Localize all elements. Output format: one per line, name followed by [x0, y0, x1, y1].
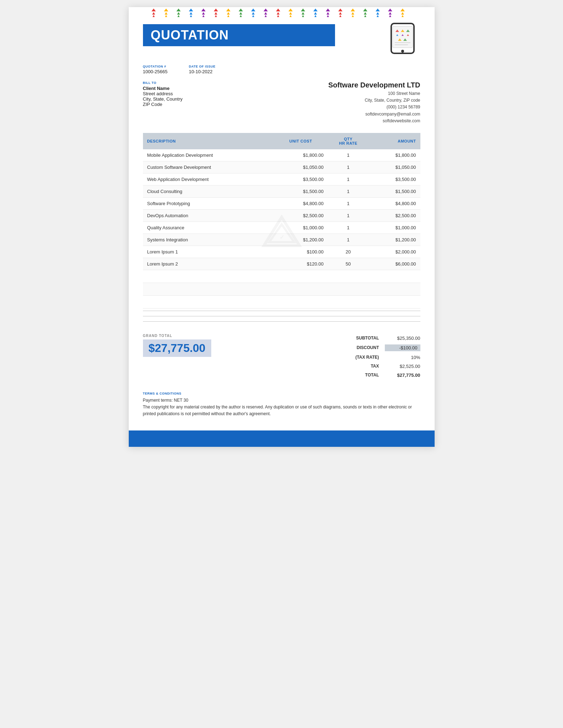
- title-block: QUOTATION: [143, 24, 385, 46]
- client-city: City, State, Country: [143, 96, 282, 102]
- row-description: Software Prototyping: [143, 197, 275, 209]
- company-phone: (000) 1234 56789: [282, 104, 420, 111]
- svg-marker-57: [388, 9, 392, 11]
- grand-total-block: GRAND TOTAL $27,775.00: [143, 334, 299, 357]
- row-unit-cost: $4,800.00: [275, 197, 326, 209]
- total-value: $27,775.00: [385, 373, 420, 378]
- row-unit-cost: $2,500.00: [275, 209, 326, 221]
- client-zip: ZIP Code: [143, 102, 282, 107]
- row-amount: $1,200.00: [370, 234, 420, 246]
- phone-icon: [385, 21, 420, 56]
- svg-marker-0: [152, 9, 156, 11]
- table-row: Software Prototyping $4,800.00 1 $4,800.…: [143, 197, 420, 209]
- svg-marker-62: [402, 15, 404, 17]
- row-qty: 1: [326, 185, 370, 197]
- row-amount: $2,000.00: [370, 246, 420, 258]
- row-qty: 50: [326, 258, 370, 270]
- table-row: Web Application Development $3,500.00 1 …: [143, 173, 420, 185]
- row-qty: 1: [326, 221, 370, 234]
- company-address2: City, State, Country, ZiP code: [282, 97, 420, 104]
- discount-label: DISCOUNT: [299, 345, 385, 350]
- svg-marker-52: [364, 12, 367, 15]
- svg-marker-5: [165, 15, 167, 17]
- svg-marker-2: [153, 15, 155, 17]
- row-qty: 1: [326, 173, 370, 185]
- svg-marker-56: [377, 15, 379, 17]
- svg-marker-48: [351, 9, 355, 11]
- header-amount: AMOUNT: [370, 133, 420, 149]
- svg-marker-22: [239, 12, 242, 15]
- svg-marker-23: [240, 15, 242, 17]
- grand-total-label: GRAND TOTAL: [143, 334, 299, 338]
- total-label: TOTAL: [299, 373, 385, 378]
- subtotal-row: SUBTOTAL $25,350.00: [299, 334, 420, 343]
- summary-table: SUBTOTAL $25,350.00 DISCOUNT -$100.00 (T…: [299, 334, 420, 380]
- row-amount: $1,500.00: [370, 185, 420, 197]
- svg-marker-51: [363, 9, 367, 11]
- svg-marker-53: [364, 15, 366, 17]
- discount-value: -$100.00: [385, 344, 420, 351]
- tax-rate-label: (TAX RATE): [299, 355, 385, 360]
- svg-marker-40: [314, 12, 317, 15]
- row-unit-cost: $1,500.00: [275, 185, 326, 197]
- svg-marker-38: [302, 15, 304, 17]
- svg-marker-28: [264, 12, 267, 15]
- svg-marker-17: [215, 15, 217, 17]
- svg-marker-37: [302, 12, 304, 15]
- totals-section: GRAND TOTAL $27,775.00 SUBTOTAL $25,350.…: [129, 327, 435, 383]
- svg-marker-49: [351, 12, 354, 15]
- row-qty: 1: [326, 234, 370, 246]
- meta-info: QUOTATION # 1000-25665 DATE OF ISSUE 10-…: [129, 60, 435, 75]
- svg-marker-59: [389, 15, 391, 17]
- svg-marker-11: [190, 15, 192, 17]
- svg-marker-14: [202, 15, 205, 17]
- client-name: Client Name: [143, 86, 282, 91]
- row-qty: 1: [326, 149, 370, 161]
- table-section: DESCRIPTION UNIT COST QTY HR RATE AMOUNT…: [129, 128, 435, 309]
- svg-marker-30: [276, 9, 280, 11]
- table-row: Lorem Ipsum 1 $100.00 20 $2,000.00: [143, 246, 420, 258]
- row-unit-cost: $1,200.00: [275, 234, 326, 246]
- empty-row: [143, 295, 420, 308]
- empty-row: [143, 270, 420, 283]
- row-description: Web Application Development: [143, 173, 275, 185]
- svg-marker-29: [265, 15, 267, 17]
- company-website: softdevwebsite.com: [282, 118, 420, 124]
- svg-marker-21: [239, 9, 243, 11]
- tax-label: TAX: [299, 364, 385, 369]
- bill-to-block: BILL TO Client Name Street address City,…: [143, 81, 282, 107]
- svg-marker-33: [288, 9, 293, 11]
- table-row: Lorem Ipsum 2 $120.00 50 $6,000.00: [143, 258, 420, 270]
- svg-marker-7: [177, 12, 180, 15]
- svg-marker-61: [401, 12, 404, 15]
- table-row: Systems Integration $1,200.00 1 $1,200.0…: [143, 234, 420, 246]
- svg-marker-16: [214, 12, 217, 15]
- svg-marker-54: [376, 9, 380, 11]
- svg-marker-15: [214, 9, 218, 11]
- quotation-page: QUOTATION QUOTATION # 1000-25665: [129, 7, 435, 447]
- client-street: Street address: [143, 91, 282, 96]
- tax-value: $2,525.00: [385, 364, 420, 369]
- row-unit-cost: $1,800.00: [275, 149, 326, 161]
- svg-marker-42: [326, 9, 330, 11]
- row-amount: $3,500.00: [370, 173, 420, 185]
- svg-marker-41: [314, 15, 317, 17]
- svg-marker-39: [313, 9, 318, 11]
- table-row: DevOps Automation $2,500.00 1 $2,500.00: [143, 209, 420, 221]
- svg-marker-44: [327, 15, 329, 17]
- svg-marker-34: [289, 12, 292, 15]
- svg-marker-36: [301, 9, 305, 11]
- svg-marker-10: [190, 12, 192, 15]
- svg-marker-25: [252, 12, 255, 15]
- row-amount: $2,500.00: [370, 209, 420, 221]
- row-amount: $1,000.00: [370, 221, 420, 234]
- top-banner: [129, 7, 435, 21]
- row-description: Systems Integration: [143, 234, 275, 246]
- table-row: Custom Software Development $1,050.00 1 …: [143, 161, 420, 173]
- row-description: Custom Software Development: [143, 161, 275, 173]
- header-area: QUOTATION: [129, 21, 435, 60]
- svg-marker-43: [326, 12, 329, 15]
- row-unit-cost: $1,000.00: [275, 221, 326, 234]
- address-section: BILL TO Client Name Street address City,…: [129, 75, 435, 128]
- row-unit-cost: $120.00: [275, 258, 326, 270]
